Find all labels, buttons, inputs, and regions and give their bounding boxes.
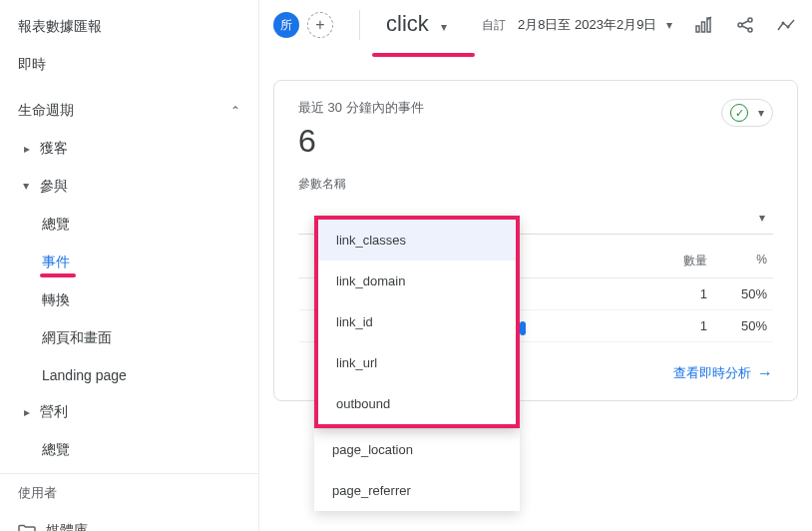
dropdown-item-link-id[interactable]: link_id xyxy=(318,301,516,342)
svg-rect-0 xyxy=(696,26,699,32)
share-icon[interactable] xyxy=(734,14,756,36)
sidebar-sub-conversions[interactable]: 轉換 xyxy=(0,281,258,319)
folder-icon xyxy=(18,524,36,531)
param-dropdown: link_classes link_domain link_id link_ur… xyxy=(314,216,520,428)
dropdown-item-page-location[interactable]: page_location xyxy=(314,429,520,470)
sidebar-sub-pages[interactable]: 網頁和畫面 xyxy=(0,319,258,357)
topbar: 所 + click ▾ 自訂 2月8日至 2023年2月9日 ▾ xyxy=(259,0,812,50)
realtime-link-text: 查看即時分析 xyxy=(673,364,751,382)
check-icon: ✓ xyxy=(730,104,748,122)
divider xyxy=(359,10,360,40)
date-range-text: 2月8日至 2023年2月9日 xyxy=(518,17,656,32)
user-section-label: 使用者 xyxy=(0,473,258,512)
add-comparison-button[interactable]: + xyxy=(307,12,333,38)
chevron-down-icon: ▾ xyxy=(758,106,764,120)
sidebar-sub-events[interactable]: 事件 xyxy=(0,244,258,281)
dropdown-item-outbound[interactable]: outbound xyxy=(318,383,516,424)
sidebar-item-engagement[interactable]: ▸參與 xyxy=(0,168,258,206)
dropdown-item-link-classes[interactable]: link_classes xyxy=(318,220,516,261)
caret-right-icon: ▸ xyxy=(24,405,30,419)
metric-label: 最近 30 分鐘內的事件 xyxy=(298,99,424,117)
svg-point-6 xyxy=(748,28,752,32)
caret-down-icon: ▸ xyxy=(20,184,34,190)
param-dropdown-overflow: page_location page_referrer xyxy=(314,429,520,511)
dropdown-item-link-url[interactable]: link_url xyxy=(318,342,516,383)
dropdown-item-link-domain[interactable]: link_domain xyxy=(318,261,516,301)
scrollbar-thumb[interactable] xyxy=(520,321,526,335)
comparison-tag[interactable]: 所 xyxy=(273,12,299,38)
cell-pct: 50% xyxy=(707,286,767,301)
col-pct-label: % xyxy=(707,253,767,269)
param-label: 參數名稱 xyxy=(298,176,773,193)
svg-point-4 xyxy=(738,23,742,27)
chevron-down-icon: ▾ xyxy=(759,211,765,225)
sidebar-sub-overview[interactable]: 總覽 xyxy=(0,206,258,244)
arrow-right-icon: → xyxy=(757,364,773,382)
svg-line-8 xyxy=(742,26,748,29)
svg-point-5 xyxy=(748,18,752,22)
event-title[interactable]: click ▾ xyxy=(386,11,447,39)
sidebar-item-report[interactable]: 報表數據匯報 xyxy=(0,8,258,46)
insights-icon[interactable] xyxy=(776,14,798,36)
sidebar: 報表數據匯報 即時 生命週期 ⌃ ▸獲客 ▸參與 總覽 事件 轉換 網頁和畫面 … xyxy=(0,0,259,531)
customize-report-icon[interactable] xyxy=(692,14,714,36)
chevron-down-icon: ▾ xyxy=(441,20,447,34)
svg-point-10 xyxy=(787,26,790,29)
cell-qty: 1 xyxy=(627,286,707,301)
engagement-label: 參與 xyxy=(40,178,68,196)
monetization-label: 營利 xyxy=(40,403,68,421)
metric-value: 6 xyxy=(298,123,424,160)
cell-pct: 50% xyxy=(707,318,767,333)
sidebar-item-library[interactable]: 媒體庫 xyxy=(0,512,258,531)
caret-right-icon: ▸ xyxy=(24,142,30,156)
lifecycle-label: 生命週期 xyxy=(18,102,74,120)
cell-qty: 1 xyxy=(627,318,707,333)
sidebar-item-realtime[interactable]: 即時 xyxy=(0,46,258,84)
date-range-picker[interactable]: 2月8日至 2023年2月9日 ▾ xyxy=(518,16,672,34)
sidebar-sub-overview2[interactable]: 總覽 xyxy=(0,431,258,469)
dropdown-item-page-referrer[interactable]: page_referrer xyxy=(314,470,520,511)
acquisition-label: 獲客 xyxy=(40,140,68,158)
sidebar-item-monetization[interactable]: ▸營利 xyxy=(0,393,258,431)
svg-point-9 xyxy=(782,22,785,25)
sidebar-sub-landing[interactable]: Landing page xyxy=(0,357,258,393)
svg-rect-1 xyxy=(702,22,705,32)
date-range-label: 自訂 xyxy=(482,17,506,34)
sidebar-section-lifecycle[interactable]: 生命週期 ⌃ xyxy=(0,92,258,130)
sidebar-item-acquisition[interactable]: ▸獲客 xyxy=(0,130,258,168)
library-label: 媒體庫 xyxy=(46,522,88,531)
event-name-text: click xyxy=(386,11,429,36)
svg-line-7 xyxy=(742,21,748,24)
status-dropdown[interactable]: ✓ ▾ xyxy=(721,99,773,127)
chevron-down-icon: ▾ xyxy=(666,18,672,32)
col-qty-label: 數量 xyxy=(627,253,707,269)
chevron-up-icon: ⌃ xyxy=(230,104,240,118)
